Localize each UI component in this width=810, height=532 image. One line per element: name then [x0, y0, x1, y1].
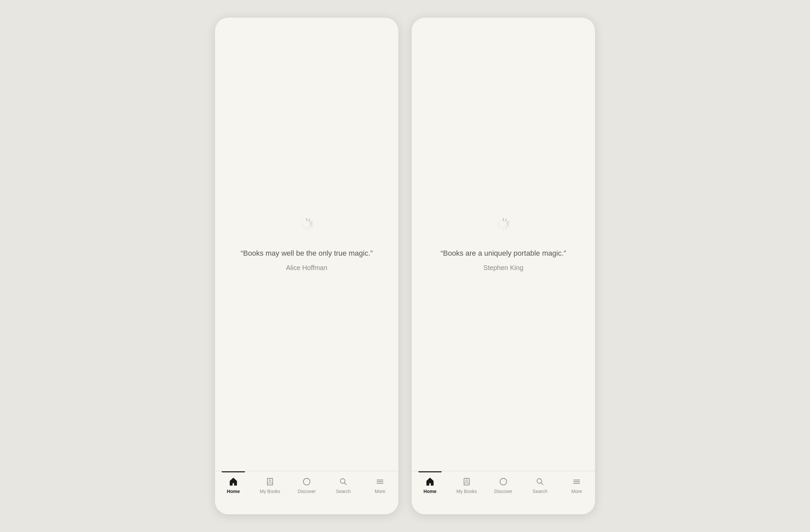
loading-spinner-right	[496, 217, 510, 231]
nav-label-discover-left: Discover	[298, 489, 316, 494]
home-icon-right	[425, 477, 435, 487]
svg-line-7	[304, 227, 305, 229]
bottom-nav-left: Home My Books	[215, 471, 398, 514]
quote-author-left: Alice Hoffman	[286, 264, 327, 272]
search-icon-left	[338, 477, 348, 487]
nav-item-home-left[interactable]: Home	[215, 475, 252, 494]
nav-label-more-left: More	[375, 489, 385, 494]
svg-rect-12	[267, 478, 273, 485]
nav-label-mybooks-left: My Books	[260, 489, 280, 494]
svg-line-30	[500, 227, 502, 229]
home-icon-left	[228, 477, 238, 487]
nav-label-more-right: More	[571, 489, 582, 494]
nav-label-discover-right: Discover	[494, 489, 512, 494]
search-icon-right	[535, 477, 545, 487]
svg-line-1	[309, 219, 310, 221]
svg-line-11	[304, 219, 305, 221]
svg-point-16	[303, 478, 310, 485]
svg-line-19	[345, 483, 347, 485]
nav-item-more-left[interactable]: More	[362, 475, 398, 494]
device-right-content: “Books are a uniquely portable magic.” S…	[412, 18, 595, 471]
svg-line-31	[498, 225, 500, 227]
nav-item-mybooks-left[interactable]: My Books	[252, 475, 288, 494]
nav-label-mybooks-right: My Books	[456, 489, 477, 494]
svg-marker-40	[502, 480, 505, 483]
quote-author-right: Stephen King	[483, 264, 523, 272]
svg-line-42	[541, 483, 543, 485]
svg-line-28	[505, 227, 507, 229]
svg-line-27	[507, 225, 509, 227]
mybooks-icon-left	[265, 477, 275, 487]
nav-label-search-right: Search	[533, 489, 547, 494]
quote-text-right: “Books are a uniquely portable magic.”	[441, 248, 566, 259]
svg-line-5	[309, 227, 310, 229]
svg-line-2	[310, 222, 312, 223]
svg-line-8	[301, 225, 303, 227]
nav-item-discover-right[interactable]: Discover	[485, 475, 522, 494]
bottom-nav-right: Home My Books	[412, 471, 595, 514]
svg-line-34	[500, 219, 502, 221]
svg-line-25	[507, 222, 509, 223]
device-left: “Books may well be the only true magic.”…	[215, 18, 398, 514]
loading-spinner-left	[300, 217, 314, 231]
more-icon-right	[572, 477, 582, 487]
mybooks-icon-right	[462, 477, 472, 487]
svg-line-33	[498, 222, 500, 223]
svg-rect-35	[464, 478, 469, 485]
discover-icon-right	[498, 477, 508, 487]
nav-label-home-right: Home	[424, 489, 437, 494]
svg-point-39	[500, 478, 507, 485]
discover-icon-left	[302, 477, 312, 487]
nav-label-home-left: Home	[227, 489, 240, 494]
more-icon-left	[375, 477, 385, 487]
nav-label-search-left: Search	[336, 489, 351, 494]
nav-item-more-right[interactable]: More	[558, 475, 595, 494]
nav-item-discover-left[interactable]: Discover	[288, 475, 325, 494]
svg-marker-17	[305, 480, 308, 483]
nav-item-mybooks-right[interactable]: My Books	[448, 475, 485, 494]
devices-container: “Books may well be the only true magic.”…	[215, 18, 595, 514]
device-right: “Books are a uniquely portable magic.” S…	[412, 18, 595, 514]
device-left-content: “Books may well be the only true magic.”…	[215, 18, 398, 471]
svg-line-10	[301, 222, 303, 223]
quote-text-left: “Books may well be the only true magic.”	[241, 248, 373, 259]
nav-item-search-left[interactable]: Search	[325, 475, 362, 494]
svg-line-24	[505, 219, 507, 221]
svg-line-4	[310, 225, 312, 227]
nav-item-home-right[interactable]: Home	[412, 475, 448, 494]
nav-item-search-right[interactable]: Search	[522, 475, 558, 494]
